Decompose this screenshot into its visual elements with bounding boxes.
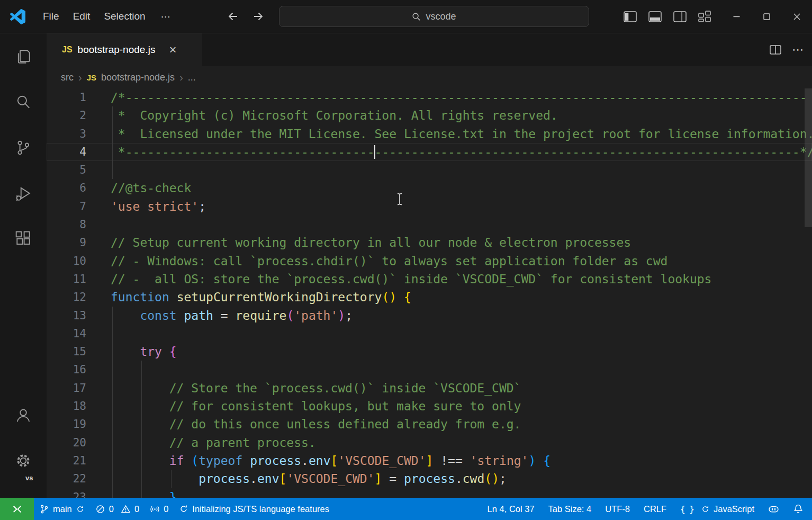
breadcrumb-symbol[interactable]: ...: [188, 72, 196, 83]
breadcrumb-file[interactable]: bootstrap-node.js: [101, 72, 175, 83]
customize-layout-icon[interactable]: [697, 10, 712, 23]
editor-line[interactable]: 12function setupCurrentWorkingDirectory(…: [47, 288, 812, 306]
branch-name: main: [53, 504, 72, 514]
editor-line[interactable]: 7'use strict';: [47, 198, 812, 216]
split-editor-icon[interactable]: [770, 45, 781, 55]
editor-line[interactable]: 15 try {: [47, 343, 812, 361]
window-controls: [721, 0, 812, 33]
eol-item[interactable]: CRLF: [638, 498, 672, 520]
line-number: 5: [47, 161, 86, 179]
line-number: 22: [47, 470, 86, 488]
code-text: * Licensed under the MIT License. See Li…: [111, 125, 812, 143]
editor-line[interactable]: 21 if (typeof process.env['VSCODE_CWD'] …: [47, 452, 812, 470]
account-icon[interactable]: [15, 407, 32, 424]
editor-line[interactable]: 11// - all OS: store the `process.cwd()`…: [47, 270, 812, 288]
line-number: 15: [47, 343, 86, 361]
editor-line[interactable]: 4 *-------------------------------------…: [47, 143, 812, 161]
source-control-icon[interactable]: [15, 139, 32, 156]
line-number: 11: [47, 270, 86, 288]
mouse-ibeam-cursor: [395, 192, 404, 206]
toggle-panel-icon[interactable]: [647, 10, 663, 23]
menu-overflow[interactable]: ⋯: [152, 7, 181, 26]
language-mode-item[interactable]: { } JavaScript: [675, 498, 760, 520]
breadcrumb-folder[interactable]: src: [61, 72, 74, 83]
menu-selection[interactable]: Selection: [97, 7, 152, 25]
forward-arrow-icon[interactable]: [250, 8, 266, 24]
remote-indicator[interactable]: [0, 498, 34, 520]
language-status-text: Initializing JS/TS language features: [192, 504, 329, 514]
editor-line[interactable]: 1/*-------------------------------------…: [47, 88, 812, 106]
chevron-right-icon: ›: [78, 72, 82, 83]
editor-line[interactable]: 10// - Windows: call `process.chdir()` t…: [47, 252, 812, 270]
close-button[interactable]: [782, 0, 812, 33]
sync-icon: [701, 505, 710, 514]
text-cursor: [374, 145, 375, 159]
title-bar: File Edit Selection ⋯ vscode: [0, 0, 812, 33]
copilot-item[interactable]: [763, 498, 784, 520]
menu-file[interactable]: File: [36, 7, 66, 25]
maximize-button[interactable]: [752, 0, 782, 33]
editor-line[interactable]: 3 * Licensed under the MIT License. See …: [47, 125, 812, 143]
line-number: 4: [47, 143, 86, 161]
editor-line[interactable]: 20 // a parent process.: [47, 434, 812, 452]
encoding-item[interactable]: UTF-8: [600, 498, 635, 520]
search-icon[interactable]: [15, 94, 32, 111]
git-branch-item[interactable]: main: [34, 498, 90, 520]
editor-line[interactable]: 17 // Store the `process.cwd()` inside `…: [47, 379, 812, 397]
sync-spin-icon: [179, 504, 188, 514]
editor-line[interactable]: 18 // for consistent lookups, but make s…: [47, 397, 812, 415]
extensions-icon[interactable]: [15, 230, 32, 247]
code-text: * Copyright (c) Microsoft Corporation. A…: [111, 106, 558, 124]
editor-line[interactable]: 22 process.env['VSCODE_CWD'] = process.c…: [47, 470, 812, 488]
command-center-search[interactable]: vscode: [279, 6, 589, 27]
code-text: if (typeof process.env['VSCODE_CWD'] !==…: [111, 452, 551, 470]
code-text: // Setup current working directory in al…: [111, 234, 631, 252]
minimize-button[interactable]: [721, 0, 752, 33]
run-and-debug-icon[interactable]: [15, 185, 32, 202]
editor-line[interactable]: 9// Setup current working directory in a…: [47, 234, 812, 252]
toggle-secondary-sidebar-icon[interactable]: [672, 10, 688, 23]
editor-line[interactable]: 14: [47, 325, 812, 343]
code-text: /*--------------------------------------…: [111, 88, 807, 106]
editor-line[interactable]: 8: [47, 216, 812, 234]
indent-guide-icon: [112, 161, 113, 179]
notifications-item[interactable]: [788, 498, 809, 520]
bell-icon: [793, 504, 804, 514]
back-arrow-icon[interactable]: [225, 8, 241, 24]
line-number: 23: [47, 488, 86, 498]
tab-bootstrap-node[interactable]: JS bootstrap-node.js ×: [47, 33, 202, 66]
editor-line[interactable]: 5: [47, 161, 812, 179]
menu-edit[interactable]: Edit: [66, 7, 97, 25]
indentation-item[interactable]: Tab Size: 4: [543, 498, 597, 520]
tab-close-icon[interactable]: ×: [169, 43, 176, 56]
editor-line[interactable]: 6//@ts-check: [47, 179, 812, 197]
tab-size-text: Tab Size: 4: [548, 504, 592, 514]
code-editor[interactable]: 1/*-------------------------------------…: [47, 88, 812, 498]
indent-guide-icon: [112, 325, 113, 343]
ports-item[interactable]: 0: [145, 498, 174, 520]
indent-guide-icon: [112, 361, 113, 379]
code-text: 'use strict';: [111, 198, 206, 216]
code-text: *---------------------------------------…: [111, 143, 812, 161]
editor-line[interactable]: 13 const path = require('path');: [47, 307, 812, 325]
line-number: 10: [47, 252, 86, 270]
settings-gear-icon[interactable]: [15, 452, 32, 469]
problems-item[interactable]: 0 0: [90, 498, 145, 520]
explorer-icon[interactable]: [15, 48, 32, 65]
vertical-scrollbar[interactable]: [805, 88, 812, 227]
line-number: 18: [47, 397, 86, 415]
editor-more-actions-icon[interactable]: ⋯: [792, 43, 805, 57]
language-status-message[interactable]: Initializing JS/TS language features: [174, 498, 335, 520]
toggle-sidebar-icon[interactable]: [622, 10, 638, 23]
warnings-icon: [121, 504, 131, 514]
line-number: 1: [47, 88, 86, 106]
code-text: // do this once unless defined already f…: [111, 415, 521, 433]
editor-line[interactable]: 2 * Copyright (c) Microsoft Corporation.…: [47, 106, 812, 124]
editor-line[interactable]: 19 // do this once unless defined alread…: [47, 415, 812, 433]
code-text: // - all OS: store the `process.cwd()` i…: [111, 270, 711, 288]
editor-line[interactable]: 16: [47, 361, 812, 379]
code-text: // Store the `process.cwd()` inside `VSC…: [111, 379, 521, 397]
code-text: // - Windows: call `process.chdir()` to …: [111, 252, 667, 270]
editor-line[interactable]: 23 }: [47, 488, 812, 498]
cursor-position-item[interactable]: Ln 4, Col 37: [482, 498, 540, 520]
